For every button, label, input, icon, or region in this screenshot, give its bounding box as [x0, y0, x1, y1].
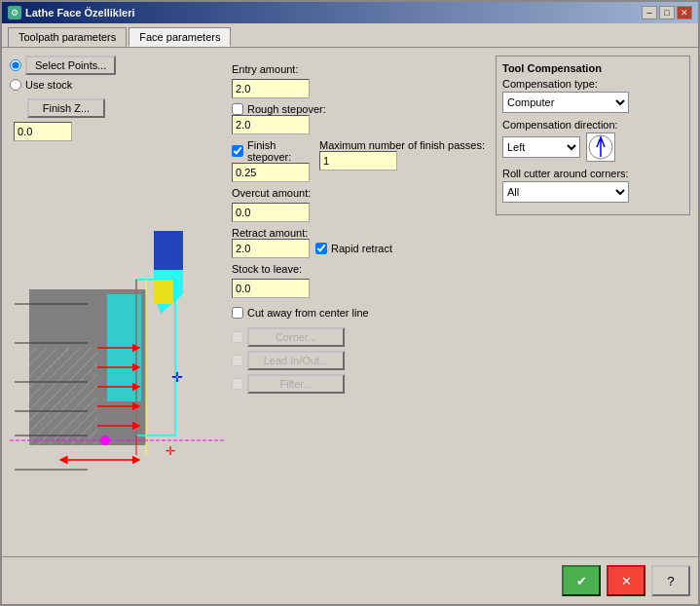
retract-label: Retract amount:	[232, 227, 308, 239]
red-cross: ✛	[166, 444, 175, 458]
cut-away-checkbox[interactable]	[232, 307, 243, 319]
filter-btn-row: Filter...	[232, 374, 345, 394]
tool-comp-title: Tool Compensation	[502, 62, 683, 74]
roll-cutter-label: Roll cutter around corners:	[502, 168, 683, 179]
finish-z-input[interactable]	[14, 122, 72, 141]
tab-bar: Toolpath parameters Face parameters	[2, 23, 698, 48]
comp-direction-row: Left Right	[502, 133, 683, 162]
finish-stepover-label: Finish stepover:	[247, 139, 310, 163]
entry-amount-block: Entry amount:	[232, 63, 488, 98]
select-points-radio[interactable]	[10, 59, 21, 71]
stock-leave-input[interactable]	[232, 279, 310, 298]
comp-type-field: Compensation type: Computer Control Wear…	[502, 78, 683, 113]
rough-stepover-block: Rough stepover:	[232, 103, 488, 134]
max-passes-label: Maximum number of finish passes:	[319, 139, 485, 151]
main-window: ⚙ Lathe Face Özellikleri – □ ✕ Toolpath …	[0, 0, 700, 606]
select-points-row: Select Points...	[10, 56, 224, 75]
max-passes-input[interactable]	[319, 151, 397, 170]
max-passes-block: Maximum number of finish passes:	[319, 139, 488, 170]
canvas-area: ✛ ✛	[10, 153, 224, 476]
stock-leave-label: Stock to leave:	[232, 263, 488, 275]
rapid-retract-label: Rapid retract	[331, 243, 392, 254]
entry-amount-label: Entry amount:	[232, 63, 488, 75]
lead-button[interactable]: Lead In/Out...	[247, 351, 345, 370]
comp-type-label: Compensation type:	[502, 78, 683, 90]
roll-cutter-select[interactable]: All None Sharp corners	[502, 181, 629, 203]
rough-stepover-checkbox-row: Rough stepover:	[232, 103, 488, 115]
center-right: Entry amount: Rough stepover:	[232, 56, 488, 549]
use-stock-label: Use stock	[25, 79, 72, 91]
right-panel: Tool Compensation Compensation type: Com…	[496, 56, 690, 549]
corner-btn-row: Corner...	[232, 327, 345, 347]
select-points-button[interactable]: Select Points...	[25, 56, 116, 75]
use-stock-row: Use stock	[10, 79, 224, 91]
finish-stepover-checkbox[interactable]	[232, 145, 243, 157]
toolpath-diagram: ✛ ✛	[10, 153, 224, 474]
parameters-form: Entry amount: Rough stepover:	[232, 56, 488, 549]
cut-away-label: Cut away from center line	[247, 307, 369, 319]
title-bar-left: ⚙ Lathe Face Özellikleri	[8, 6, 135, 19]
finish-z-area: Finish Z...	[10, 98, 224, 141]
entry-amount-input[interactable]	[232, 79, 310, 98]
rapid-retract-checkbox[interactable]	[315, 243, 327, 254]
minimize-button[interactable]: –	[642, 6, 657, 19]
maximize-button[interactable]: □	[659, 6, 675, 19]
ok-button[interactable]: ✔	[562, 565, 601, 596]
yellow-shape	[154, 280, 173, 304]
bottom-buttons: ✔ ✕ ?	[2, 556, 698, 604]
title-buttons: – □ ✕	[642, 6, 692, 19]
app-icon: ⚙	[8, 6, 21, 19]
cut-away-checkbox-row: Cut away from center line	[232, 307, 369, 319]
filter-checkbox	[232, 378, 243, 390]
left-panel: Select Points... Use stock Finish Z...	[10, 56, 224, 549]
tab-toolpath[interactable]: Toolpath parameters	[8, 27, 127, 47]
rough-stepover-input[interactable]	[232, 115, 310, 134]
hatch-rect	[29, 348, 97, 445]
main-content: Select Points... Use stock Finish Z...	[2, 48, 698, 556]
side-btn-col-1: Corner... Lead In/Out... Filter...	[232, 327, 345, 394]
blue-cross: ✛	[171, 369, 183, 385]
title-bar: ⚙ Lathe Face Özellikleri – □ ✕	[2, 2, 698, 23]
rough-stepover-label: Rough stepover:	[247, 103, 326, 115]
side-buttons-area: Corner... Lead In/Out... Filter...	[232, 327, 488, 394]
overcut-block: Overcut amount:	[232, 187, 488, 222]
tool-compensation-group: Tool Compensation Compensation type: Com…	[496, 56, 690, 215]
filter-button[interactable]: Filter...	[247, 374, 345, 394]
cut-away-row: Cut away from center line	[232, 307, 488, 319]
finish-stepover-checkbox-row: Finish stepover:	[232, 139, 310, 163]
direction-icon	[586, 133, 615, 162]
blue-rect	[154, 231, 183, 270]
finish-stepover-input[interactable]	[232, 163, 310, 182]
comp-type-select[interactable]: Computer Control Wear Reverse Wear Off	[502, 92, 629, 113]
corner-checkbox	[232, 331, 243, 343]
comp-direction-label: Compensation direction:	[502, 119, 683, 131]
retract-input[interactable]	[232, 239, 310, 258]
window-title: Lathe Face Özellikleri	[25, 7, 135, 19]
corner-button[interactable]: Corner...	[247, 327, 345, 347]
help-button[interactable]: ?	[651, 565, 690, 596]
finish-z-button[interactable]: Finish Z...	[27, 98, 105, 118]
rapid-retract-row: Rapid retract	[315, 243, 392, 254]
retract-block: Retract amount: Rapid retract	[232, 227, 488, 258]
cancel-button[interactable]: ✕	[607, 565, 645, 596]
lead-checkbox	[232, 355, 243, 366]
finish-row: Finish stepover: Maximum number of finis…	[232, 139, 488, 182]
radio-group: Select Points... Use stock	[10, 56, 224, 91]
tab-face[interactable]: Face parameters	[129, 27, 231, 47]
use-stock-radio[interactable]	[10, 79, 21, 91]
overcut-label: Overcut amount:	[232, 187, 488, 199]
rough-stepover-checkbox[interactable]	[232, 103, 243, 115]
finish-stepover-block: Finish stepover:	[232, 139, 310, 182]
comp-direction-field: Compensation direction: Left Right	[502, 119, 683, 162]
comp-direction-select[interactable]: Left Right	[502, 136, 580, 158]
stock-leave-block: Stock to leave:	[232, 263, 488, 298]
overcut-input[interactable]	[232, 203, 310, 222]
close-button[interactable]: ✕	[677, 6, 692, 19]
lead-btn-row: Lead In/Out...	[232, 351, 345, 370]
roll-cutter-field: Roll cutter around corners: All None Sha…	[502, 168, 683, 203]
